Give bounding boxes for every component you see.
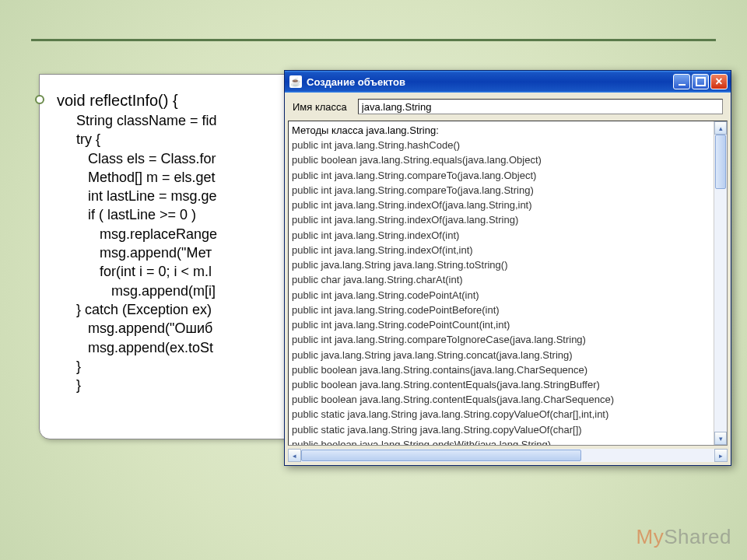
classname-input[interactable]	[358, 99, 723, 114]
output-line: public static java.lang.String java.lang…	[292, 407, 710, 422]
output-line: public int java.lang.String.compareTo(ja…	[292, 168, 710, 183]
minimize-button[interactable]	[673, 74, 690, 89]
output-line: public int java.lang.String.codePointBef…	[292, 303, 710, 317]
titlebar[interactable]: ☕ Создание объектов	[285, 71, 731, 93]
watermark-left: My	[636, 525, 664, 548]
vertical-scrollbar[interactable]: ▴ ▾	[714, 121, 727, 445]
scroll-up-icon[interactable]: ▴	[714, 121, 727, 135]
output-line: public boolean java.lang.String.contains…	[292, 362, 710, 377]
output-line: public boolean java.lang.String.contentE…	[292, 392, 710, 407]
scroll-right-icon[interactable]: ▸	[714, 449, 728, 462]
output-line: public int java.lang.String.indexOf(java…	[292, 198, 710, 212]
output-line: public boolean java.lang.String.equals(j…	[292, 152, 710, 167]
app-window: ☕ Создание объектов Имя класса Методы кл…	[284, 70, 731, 466]
horizontal-scrollbar[interactable]: ◂ ▸	[288, 449, 728, 462]
output-header: Методы класса java.lang.String:	[292, 123, 710, 138]
bullet-icon	[35, 95, 44, 104]
scroll-down-icon[interactable]: ▾	[714, 432, 727, 445]
output-line: public int java.lang.String.indexOf(int)	[292, 228, 710, 243]
window-title: Создание объектов	[307, 76, 673, 88]
java-icon: ☕	[289, 75, 302, 88]
output-line: public int java.lang.String.indexOf(java…	[292, 212, 710, 227]
output-line: public int java.lang.String.compareToIgn…	[292, 332, 710, 347]
output-line: public boolean java.lang.String.endsWith…	[292, 437, 710, 445]
output-line: public java.lang.String java.lang.String…	[292, 257, 710, 272]
form-row: Имя класса	[285, 93, 731, 121]
scroll-track[interactable]	[301, 449, 714, 462]
output-line: public int java.lang.String.indexOf(int,…	[292, 243, 710, 257]
scroll-left-icon[interactable]: ◂	[288, 449, 301, 462]
slide-top-rule	[31, 39, 716, 47]
scroll-thumb[interactable]	[715, 135, 726, 189]
scroll-track[interactable]	[714, 135, 727, 432]
output-line: public int java.lang.String.hashCode()	[292, 138, 710, 152]
output-line: public static java.lang.String java.lang…	[292, 422, 710, 437]
output-line: public int java.lang.String.codePointAt(…	[292, 288, 710, 303]
output-line: public char java.lang.String.charAt(int)	[292, 272, 710, 287]
watermark: MyShared	[636, 525, 731, 549]
output-line: public boolean java.lang.String.contentE…	[292, 377, 710, 392]
maximize-button[interactable]	[692, 74, 709, 89]
scroll-thumb[interactable]	[301, 450, 581, 461]
watermark-right: Shared	[664, 525, 731, 548]
output-line: public int java.lang.String.compareTo(ja…	[292, 183, 710, 198]
output-textarea[interactable]: Методы класса java.lang.String:public in…	[288, 121, 728, 446]
output-line: public int java.lang.String.codePointCou…	[292, 317, 710, 332]
output-line: public java.lang.String java.lang.String…	[292, 348, 710, 362]
close-button[interactable]	[710, 74, 728, 89]
classname-label: Имя класса	[293, 101, 347, 113]
